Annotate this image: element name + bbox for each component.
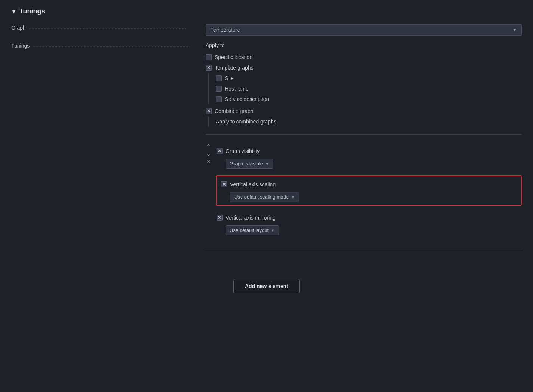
tree-item-combined-graph: ✕ Combined graph: [206, 106, 522, 116]
vertical-axis-mirroring-check-icon: ✕: [218, 215, 221, 220]
graph-dropdown[interactable]: Temperature ▼: [206, 24, 522, 36]
graph-dots: ........................................…: [29, 24, 203, 31]
section-divider-2: [206, 251, 522, 251]
add-new-element-button[interactable]: Add new element: [233, 279, 300, 293]
page-title: Tunings: [19, 7, 45, 15]
graph-dropdown-arrow: ▼: [512, 27, 517, 33]
tunings-label-container: Tunings ................................…: [11, 42, 206, 49]
vertical-axis-mirroring-dropdown[interactable]: Use default layout ▼: [226, 225, 279, 235]
tree-item-site: Site: [216, 73, 522, 83]
section-header: ▼ Tunings: [11, 7, 522, 15]
combined-tree-vertical-line: [208, 116, 209, 127]
tree-item-template-graphs: ✕ Template graphs: [206, 62, 522, 73]
vertical-axis-scaling-dropdown-value: Use default scaling mode: [234, 194, 289, 200]
tunings-right-content: Apply to Specific location ✕ Template gr…: [206, 42, 522, 259]
vertical-axis-scaling-label: Vertical axis scaling: [230, 181, 276, 187]
sort-up-down-icon[interactable]: ⌃⌄: [206, 144, 211, 157]
graph-label: Graph: [11, 25, 26, 31]
tree-item-service-description: Service description: [216, 94, 522, 104]
template-graphs-check-icon: ✕: [207, 65, 211, 70]
vertical-axis-scaling-row: ✕ Vertical axis scaling: [221, 179, 517, 190]
template-graphs-checkbox[interactable]: ✕: [206, 65, 212, 71]
graph-dropdown-value: Temperature: [211, 27, 240, 33]
vertical-axis-scaling-block: ✕ Vertical axis scaling Use default scal…: [216, 175, 522, 206]
combined-graph-checkbox[interactable]: ✕: [206, 108, 212, 114]
tree-item-specific-location: Specific location: [206, 52, 522, 62]
graph-visibility-row: ✕ Graph visibility: [217, 146, 521, 156]
tuning-blocks-container: ⌃⌄ ✕ ✕ Graph visibility: [206, 142, 522, 241]
graph-visibility-checkbox[interactable]: ✕: [217, 148, 223, 154]
graph-row: Graph ..................................…: [11, 24, 522, 36]
site-checkbox[interactable]: [216, 75, 222, 81]
graph-visibility-dropdown-arrow: ▼: [265, 162, 269, 166]
vertical-axis-mirroring-dropdown-value: Use default layout: [230, 227, 269, 233]
graph-visibility-dropdown-container: Graph is visible ▼: [217, 156, 521, 169]
apply-to-tree: Specific location ✕ Template graphs: [206, 52, 522, 127]
vertical-axis-scaling-dropdown-container: Use default scaling mode ▼: [221, 190, 517, 202]
vertical-axis-mirroring-checkbox[interactable]: ✕: [217, 215, 223, 221]
graph-dropdown-container: Temperature ▼: [206, 24, 522, 36]
graph-visibility-label: Graph visibility: [226, 148, 260, 154]
vertical-axis-scaling-checkbox[interactable]: ✕: [221, 181, 227, 187]
graph-visibility-block: ✕ Graph visibility Graph is visible ▼: [216, 142, 522, 172]
hostname-label: Hostname: [225, 86, 249, 92]
vertical-axis-scaling-dropdown-arrow: ▼: [291, 195, 295, 199]
tree-item-hostname: Hostname: [216, 83, 522, 94]
graph-visibility-dropdown[interactable]: Graph is visible ▼: [226, 159, 273, 169]
vertical-axis-mirroring-label: Vertical axis mirroring: [226, 215, 276, 221]
combined-graph-children: Apply to combined graphs: [206, 116, 522, 127]
vertical-axis-mirroring-row: ✕ Vertical axis mirroring: [217, 212, 521, 223]
vertical-axis-scaling-check-icon: ✕: [222, 182, 226, 187]
tunings-chevron-icon[interactable]: ▼: [11, 9, 16, 15]
service-description-checkbox[interactable]: [216, 96, 222, 102]
combined-graph-check-icon: ✕: [207, 108, 211, 114]
tunings-label: Tunings: [11, 43, 30, 49]
vertical-axis-mirroring-dropdown-container: Use default layout ▼: [217, 223, 521, 235]
graph-visibility-dropdown-value: Graph is visible: [230, 161, 263, 166]
service-description-label: Service description: [225, 96, 269, 102]
tuning-items-list: ✕ Graph visibility Graph is visible ▼: [216, 142, 522, 241]
template-graphs-label: Template graphs: [215, 65, 254, 71]
tree-children-content: Site Hostname Service description: [216, 73, 522, 104]
sort-controls: ⌃⌄ ✕: [206, 142, 211, 165]
tree-item-apply-combined: Apply to combined graphs: [216, 116, 522, 127]
template-graphs-children: Site Hostname Service description: [206, 73, 522, 104]
apply-to-label: Apply to: [206, 42, 522, 48]
vertical-axis-scaling-dropdown[interactable]: Use default scaling mode ▼: [230, 192, 299, 202]
vertical-axis-mirroring-block: ✕ Vertical axis mirroring Use default la…: [216, 209, 522, 239]
site-label: Site: [225, 75, 234, 81]
section-divider-1: [206, 134, 522, 135]
tree-vertical-line: [208, 73, 209, 104]
combined-tree-children-content: Apply to combined graphs: [216, 116, 522, 127]
graph-visibility-check-icon: ✕: [218, 148, 221, 154]
tunings-dots: ........................................…: [33, 42, 203, 49]
vertical-axis-mirroring-dropdown-arrow: ▼: [271, 228, 275, 233]
tuning-close-icon[interactable]: ✕: [206, 159, 211, 165]
combined-graph-label: Combined graph: [215, 108, 254, 114]
bottom-section: Add new element: [11, 270, 522, 293]
hostname-checkbox[interactable]: [216, 86, 222, 92]
specific-location-label: Specific location: [215, 54, 252, 60]
specific-location-checkbox[interactable]: [206, 54, 212, 60]
apply-combined-label: Apply to combined graphs: [216, 119, 276, 125]
tunings-row: Tunings ................................…: [11, 42, 522, 259]
graph-label-container: Graph ..................................…: [11, 24, 206, 31]
